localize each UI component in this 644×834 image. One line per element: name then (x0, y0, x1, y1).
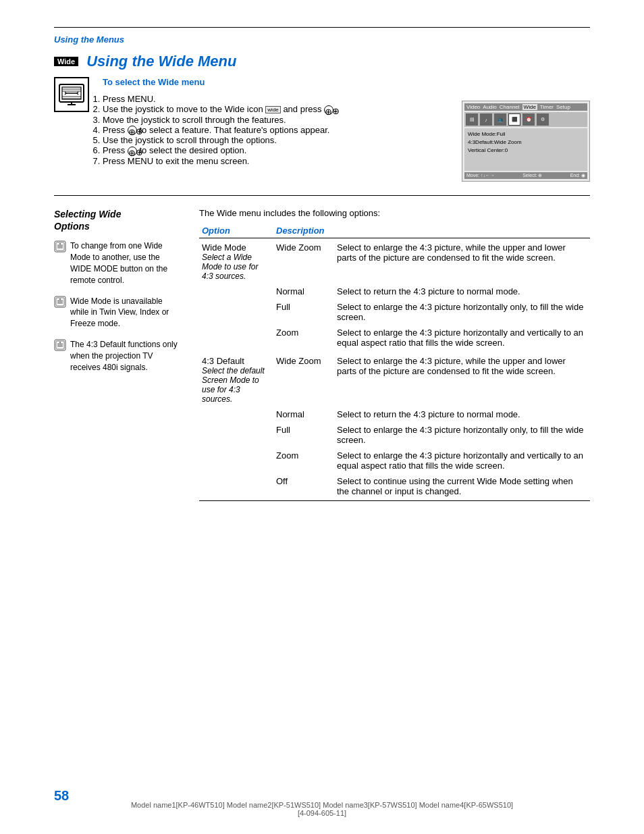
section-divider (54, 195, 590, 196)
43default-label: 4:3 Default Select the default Screen Mo… (199, 350, 273, 407)
crosshair-icon-3: ⊕ (128, 147, 137, 156)
menu-icon-3: 📺 (494, 113, 506, 126)
crosshair-icon-1: ⊕ (324, 105, 333, 115)
menu-line-1: Wide Mode:Full (468, 130, 584, 138)
43default-widezoom-desc: Select to enlarge the 4:3 picture, while… (334, 350, 590, 407)
wide-zoom-desc: Select to enlarge the 4:3 picture, while… (334, 238, 590, 284)
steps-ol: Press MENU. Use the joystick to move to … (103, 94, 448, 166)
menu-line-2: 4:3Default:Wide Zoom (468, 138, 584, 147)
sidebar-note-3-text: The 4:3 Default functions only when the … (70, 339, 179, 373)
43default-option-title: 4:3 Default (202, 356, 268, 366)
col-desc (334, 224, 590, 238)
43default-widezoom-option: Wide Zoom (273, 350, 334, 407)
top-rule (54, 27, 590, 28)
step-2-text: Use the joystick to move to the Wide ico… (103, 104, 336, 114)
wide-inline-icon: wide (265, 106, 280, 113)
sidebar-note-3: The 4:3 Default functions only when the … (54, 339, 179, 373)
wide-mode-normal-row: Normal Select to return the 4:3 picture … (199, 284, 590, 299)
full-option-2: Full (273, 422, 334, 448)
col-option-name: Description (273, 224, 334, 238)
normal-option-2: Normal (273, 407, 334, 422)
steps-list: Press MENU. Use the joystick to move to … (103, 94, 448, 182)
menu-end-label: End: ◉ (570, 173, 585, 178)
sidebar: Selecting WideOptions To change from one… (54, 208, 179, 501)
step-4: Press ⊕ to select a feature. That featur… (103, 125, 448, 136)
menu-select-label: Select: ⊕ (522, 173, 542, 178)
wide-zoom-option: Wide Zoom (273, 238, 334, 284)
step-7-text: Press MENU to exit the menu screen. (103, 156, 249, 166)
step-6-text: Press ⊕ to select the desired option. (103, 145, 246, 155)
wide-mode-empty-2 (199, 299, 273, 325)
sidebar-heading: Selecting WideOptions (54, 208, 179, 232)
table-header-row: Option Description (199, 224, 590, 238)
wide-icon-box (54, 77, 89, 112)
43default-full-row: Full Select to enlarge the 4:3 picture h… (199, 422, 590, 448)
step-6: Press ⊕ to select the desired option. (103, 145, 448, 156)
menu-icon-6: ⚙ (537, 113, 549, 126)
tab-video: Video (466, 104, 480, 110)
menu-move-label: Move: ↑↓←→ (466, 173, 495, 178)
svg-point-15 (59, 243, 61, 244)
col-option: Option (199, 224, 273, 238)
menu-icon-2: ♪ (480, 113, 492, 126)
menu-icon-1: ▤ (466, 113, 478, 126)
sidebar-note-1-text: To change from one Wide Mode to another,… (70, 240, 179, 286)
wide-mode-full-row: Full Select to enlarge the 4:3 picture h… (199, 299, 590, 325)
page: Using the Menus Wide Using the Wide Menu (0, 0, 644, 834)
zoom-desc-2: Select to enlarge the 4:3 picture horizo… (334, 448, 590, 473)
step-4-text: Press ⊕ to select a feature. That featur… (103, 125, 329, 135)
43default-empty-4 (199, 473, 273, 501)
title-row: Wide Using the Wide Menu (54, 53, 590, 70)
off-option: Off (273, 473, 334, 501)
menu-screenshot: Video Audio Channel Wide Timer Setup ▤ ♪… (462, 101, 590, 182)
menu-content-area: Wide Mode:Full 4:3Default:Wide Zoom Vert… (464, 128, 587, 171)
full-desc-2: Select to enlarge the 4:3 picture horizo… (334, 422, 590, 448)
tab-setup: Setup (556, 104, 570, 110)
step-2: Use the joystick to move to the Wide ico… (103, 104, 448, 115)
select-wide-subtitle: To select the Wide menu (103, 77, 590, 87)
lower-section: Selecting WideOptions To change from one… (54, 208, 590, 501)
sidebar-note-1: To change from one Wide Mode to another,… (54, 240, 179, 286)
43default-normal-row: Normal Select to return the 4:3 picture … (199, 407, 590, 422)
wide-mode-italic-note: Select a Wide Mode to use for 4:3 source… (202, 253, 268, 281)
table-intro: The Wide menu includes the following opt… (199, 208, 590, 218)
normal-option-1: Normal (273, 284, 334, 299)
note-icon-1 (54, 240, 66, 253)
zoom-desc-1: Select to enlarge the 4:3 picture horizo… (334, 325, 590, 350)
wide-icon-svg (58, 82, 85, 107)
tab-wide-active: Wide (522, 104, 537, 110)
wide-mode-empty-1 (199, 284, 273, 299)
normal-desc-1: Select to return the 4:3 picture to norm… (334, 284, 590, 299)
tab-audio: Audio (483, 104, 496, 110)
wide-mode-option-title: Wide Mode (202, 242, 268, 253)
normal-desc-2: Select to return the 4:3 picture to norm… (334, 407, 590, 422)
section-label: Using the Menus (54, 34, 590, 45)
wide-mode-empty-3 (199, 325, 273, 350)
page-title: Using the Wide Menu (86, 53, 236, 70)
43default-empty-2 (199, 422, 273, 448)
wide-mode-main-row: Wide Mode Select a Wide Mode to use for … (199, 238, 590, 284)
full-option-1: Full (273, 299, 334, 325)
sidebar-note-2: Wide Mode is unavailable while in Twin V… (54, 296, 179, 330)
zoom-option-1: Zoom (273, 325, 334, 350)
tab-channel: Channel (500, 104, 520, 110)
step-1: Press MENU. (103, 94, 448, 104)
zoom-option-2: Zoom (273, 448, 334, 473)
menu-icons-row: ▤ ♪ 📺 ⬛ ⏰ ⚙ (464, 112, 587, 127)
step-1-text: Press MENU. (103, 94, 156, 104)
step-7: Press MENU to exit the menu screen. (103, 156, 448, 166)
43default-zoom-row: Zoom Select to enlarge the 4:3 picture h… (199, 448, 590, 473)
note-icon-2 (54, 296, 66, 308)
menu-bottom-bar: Move: ↑↓←→ Select: ⊕ End: ◉ (464, 172, 587, 179)
off-desc: Select to continue using the current Wid… (334, 473, 590, 501)
menu-icon-4-active: ⬛ (508, 113, 520, 126)
menu-top-bar: Video Audio Channel Wide Timer Setup (464, 103, 587, 111)
svg-point-21 (59, 298, 61, 300)
crosshair-icon-2: ⊕ (128, 126, 137, 135)
43default-empty-3 (199, 448, 273, 473)
43default-italic-note: Select the default Screen Mode to use fo… (202, 366, 268, 404)
menu-line-3: Vertical Center:0 (468, 147, 584, 155)
steps-and-img: Press MENU. Use the joystick to move to … (103, 94, 590, 182)
step-5: Use the joystick to scroll through the o… (103, 135, 448, 145)
sidebar-note-2-text: Wide Mode is unavailable while in Twin V… (70, 296, 179, 330)
